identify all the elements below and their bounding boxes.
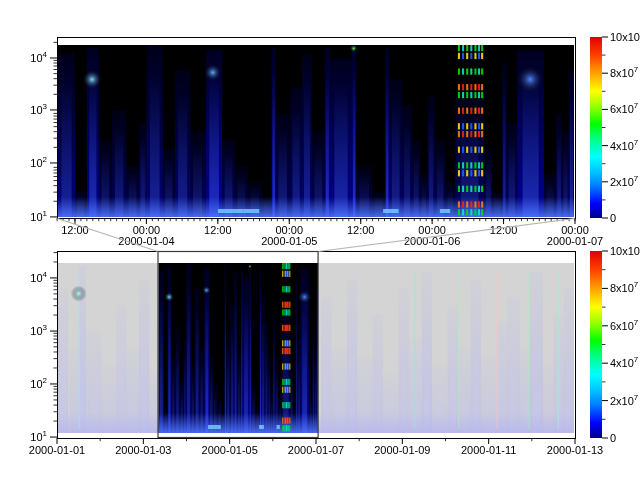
colorbar-tick-label: 8x107 <box>610 65 639 79</box>
x-tick-label: 2000-01-13 <box>547 444 603 456</box>
plot-frame <box>58 252 576 439</box>
y-tick-label: 104 <box>30 50 47 64</box>
colorbar-tick-label: 10x107 <box>610 29 640 43</box>
x-tick-label: 12:00 <box>204 224 232 236</box>
colorbar-tick-label: 2x107 <box>610 174 639 188</box>
axes-overlay: 12:0000:002000-01-0412:0000:002000-01-05… <box>0 0 640 480</box>
x-tick-label: 2000-01-11 <box>461 444 516 456</box>
x-tick-date-label: 2000-01-07 <box>547 235 603 247</box>
colorbar-tick-label: 4x107 <box>610 138 639 152</box>
x-tick-date-label: 2000-01-05 <box>261 235 317 247</box>
colorbar-tick-label: 2x107 <box>610 393 639 407</box>
y-tick-label: 102 <box>30 376 47 390</box>
y-tick-label: 103 <box>30 102 47 116</box>
x-tick-label: 2000-01-05 <box>202 444 258 456</box>
colorbar-tick-label: 10x107 <box>610 243 640 257</box>
y-tick-label: 103 <box>30 323 47 337</box>
y-tick-label: 102 <box>30 155 47 169</box>
colorbar-tick-label: 0 <box>610 212 616 224</box>
x-tick-label: 12:00 <box>347 224 375 236</box>
colorbar-tick-label: 8x107 <box>610 280 639 294</box>
colorbar-tick-label: 6x107 <box>610 101 639 115</box>
x-tick-label: 12:00 <box>61 224 89 236</box>
colorbar-tick-label: 4x107 <box>610 355 639 369</box>
y-tick-label: 104 <box>30 270 47 284</box>
x-tick-label: 2000-01-09 <box>374 444 430 456</box>
x-tick-label: 2000-01-03 <box>115 444 171 456</box>
colorbar-tick-label: 6x107 <box>610 318 639 332</box>
x-tick-label: 2000-01-07 <box>288 444 344 456</box>
selection-box[interactable] <box>158 252 318 438</box>
spectrogram-figure: 12:0000:002000-01-0412:0000:002000-01-05… <box>0 0 640 480</box>
plot-frame <box>58 38 576 219</box>
colorbar-tick-label: 0 <box>610 432 616 444</box>
y-tick-label: 101 <box>30 429 47 443</box>
x-tick-label: 2000-01-01 <box>29 444 85 456</box>
y-tick-label: 101 <box>30 209 47 223</box>
